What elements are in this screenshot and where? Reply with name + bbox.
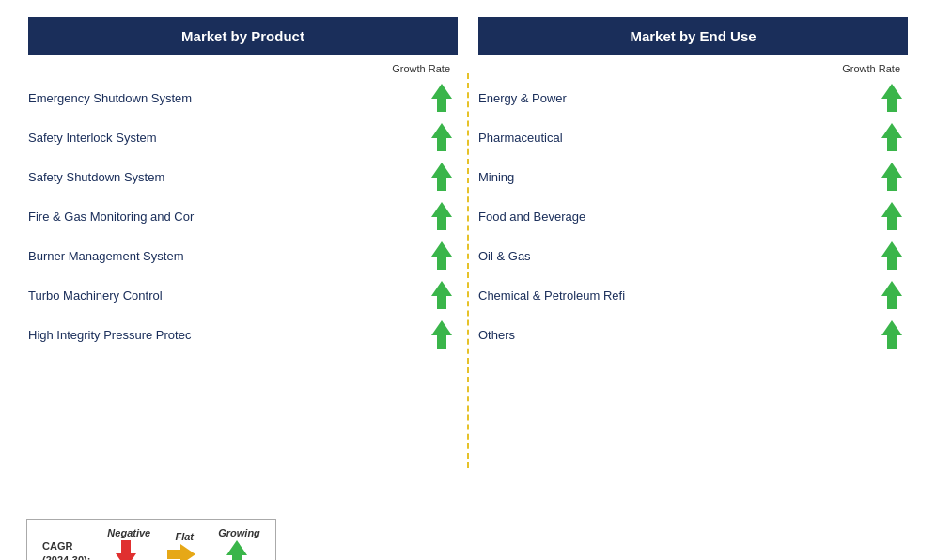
right-arrow-icon — [167, 544, 195, 560]
item-label: Mining — [478, 170, 870, 184]
item-label: Energy & Power — [478, 91, 870, 105]
left-panel-header: Market by Product — [28, 17, 458, 55]
arrow-col — [420, 123, 458, 151]
legend-cagr: CAGR (2024-30): — [42, 539, 90, 560]
item-label: Safety Shutdown System — [28, 170, 420, 184]
arrow-col — [870, 320, 908, 349]
list-item: Fire & Gas Monitoring and Cor — [28, 196, 458, 236]
up-arrow-icon — [431, 241, 452, 270]
arrow-col — [420, 281, 458, 309]
list-item: Turbo Machinery Control — [28, 275, 458, 315]
list-item: Emergency Shutdown System — [28, 78, 458, 117]
up-arrow-icon — [431, 320, 452, 349]
list-item: Energy & Power — [478, 78, 908, 117]
item-label: Others — [478, 328, 870, 342]
arrow-col — [420, 320, 458, 349]
up-arrow-icon — [431, 84, 452, 112]
item-label: Fire & Gas Monitoring and Cor — [28, 210, 420, 224]
item-label: High Integrity Pressure Protec — [28, 328, 420, 342]
item-label: Chemical & Petroleum Refi — [478, 288, 870, 303]
list-item: Food and Beverage — [478, 196, 908, 236]
list-item: Chemical & Petroleum Refi — [478, 275, 908, 315]
arrow-col — [420, 163, 458, 191]
right-panel-header: Market by End Use — [478, 17, 908, 55]
arrow-col — [870, 123, 908, 151]
up-arrow-icon — [881, 84, 902, 112]
negative-label: Negative — [107, 527, 150, 538]
list-item: Safety Interlock System — [28, 117, 458, 157]
arrow-col — [870, 241, 908, 270]
legend-box: CAGR (2024-30): Negative <0% Flat 0%-3% … — [26, 519, 276, 560]
main-container: Market by Product Growth Rate Emergency … — [0, 0, 936, 560]
growing-label: Growing — [218, 527, 260, 538]
bottom-row: CAGR (2024-30): Negative <0% Flat 0%-3% … — [19, 500, 917, 560]
item-label: Emergency Shutdown System — [28, 91, 420, 105]
legend-item-negative: Negative <0% — [107, 527, 150, 560]
arrow-col — [870, 281, 908, 309]
list-item: Pharmaceutical — [478, 117, 908, 157]
arrow-col — [870, 163, 908, 191]
list-item: Burner Management System — [28, 236, 458, 275]
cagr-line2: (2024-30): — [42, 553, 90, 560]
item-label: Safety Interlock System — [28, 131, 420, 145]
list-item: Oil & Gas — [478, 236, 908, 275]
up-arrow-icon — [881, 202, 902, 230]
up-arrow-icon — [881, 163, 902, 191]
item-label: Food and Beverage — [478, 210, 870, 224]
cagr-line1: CAGR — [42, 539, 90, 553]
arrow-col — [420, 202, 458, 230]
flat-label: Flat — [175, 531, 194, 542]
up-arrow-icon — [881, 281, 902, 309]
charts-row: Market by Product Growth Rate Emergency … — [19, 17, 917, 496]
up-arrow-icon — [226, 540, 247, 560]
list-item: Safety Shutdown System — [28, 157, 458, 196]
item-label: Oil & Gas — [478, 249, 870, 263]
down-arrow-icon — [116, 540, 136, 560]
arrow-col — [420, 241, 458, 270]
list-item: High Integrity Pressure Protec — [28, 315, 458, 354]
arrow-col — [420, 84, 458, 112]
up-arrow-icon — [431, 123, 452, 151]
up-arrow-icon — [431, 163, 452, 191]
right-panel: Market by End Use Growth Rate Energy & P… — [469, 17, 917, 496]
legend-item-growing: Growing >3% — [218, 527, 260, 560]
item-label: Turbo Machinery Control — [28, 288, 420, 303]
left-growth-rate-label: Growth Rate — [28, 63, 458, 74]
up-arrow-icon — [881, 320, 902, 349]
arrow-col — [870, 84, 908, 112]
legend-item-flat: Flat 0%-3% — [167, 531, 201, 560]
up-arrow-icon — [881, 123, 902, 151]
item-label: Burner Management System — [28, 249, 420, 263]
up-arrow-icon — [431, 202, 452, 230]
up-arrow-icon — [881, 241, 902, 270]
arrow-col — [870, 202, 908, 230]
up-arrow-icon — [431, 281, 452, 309]
right-growth-rate-label: Growth Rate — [478, 63, 908, 74]
left-panel: Market by Product Growth Rate Emergency … — [19, 17, 467, 496]
list-item: Others — [478, 315, 908, 354]
item-label: Pharmaceutical — [478, 131, 870, 145]
list-item: Mining — [478, 157, 908, 196]
